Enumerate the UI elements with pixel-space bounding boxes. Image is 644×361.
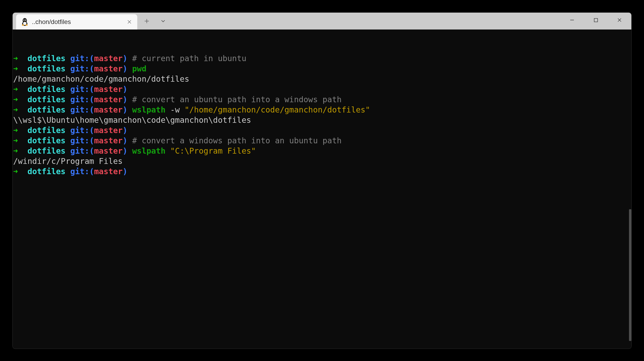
- tux-icon: [21, 18, 28, 26]
- svg-point-6: [25, 20, 26, 21]
- terminal-line: /home/gmanchon/code/gmanchon/dotfiles: [13, 74, 631, 84]
- terminal-line: ➜ dotfiles git:(master) wslpath "C:\Prog…: [13, 146, 631, 156]
- tab-active[interactable]: ..chon/dotfiles: [16, 14, 137, 30]
- minimize-button[interactable]: [560, 13, 584, 27]
- titlebar: ..chon/dotfiles: [13, 13, 631, 30]
- close-button[interactable]: [608, 13, 631, 27]
- scrollbar[interactable]: [629, 209, 631, 341]
- svg-point-7: [22, 25, 24, 26]
- terminal-line: ➜ dotfiles git:(master) # current path i…: [13, 53, 631, 64]
- terminal-line: \\wsl$\Ubuntu\home\gmanchon\code\gmancho…: [13, 115, 631, 125]
- svg-point-8: [26, 25, 28, 26]
- svg-point-5: [24, 20, 25, 21]
- titlebar-actions: [137, 13, 168, 30]
- terminal-line: ➜ dotfiles git:(master): [13, 84, 631, 94]
- terminal-line: /windir/c/Program Files: [13, 156, 631, 166]
- terminal-body[interactable]: ➜ dotfiles git:(master) # current path i…: [13, 30, 631, 349]
- maximize-button[interactable]: [584, 13, 608, 27]
- terminal-line: ➜ dotfiles git:(master): [13, 166, 631, 177]
- terminal-window: ..chon/dotfiles: [13, 13, 631, 349]
- svg-rect-9: [594, 18, 598, 22]
- terminal-line: ➜ dotfiles git:(master): [13, 125, 631, 135]
- terminal-line: ➜ dotfiles git:(master) # convert an ubu…: [13, 94, 631, 105]
- tab-title: ..chon/dotfiles: [32, 18, 123, 26]
- tab-close-button[interactable]: [126, 19, 133, 25]
- terminal-line: ➜ dotfiles git:(master) pwd: [13, 64, 631, 74]
- dropdown-button[interactable]: [158, 16, 168, 26]
- window-controls: [560, 13, 631, 30]
- terminal-line: ➜ dotfiles git:(master) wslpath -w "/hom…: [13, 105, 631, 115]
- new-tab-button[interactable]: [142, 16, 152, 26]
- terminal-line: ➜ dotfiles git:(master) # convert a wind…: [13, 135, 631, 146]
